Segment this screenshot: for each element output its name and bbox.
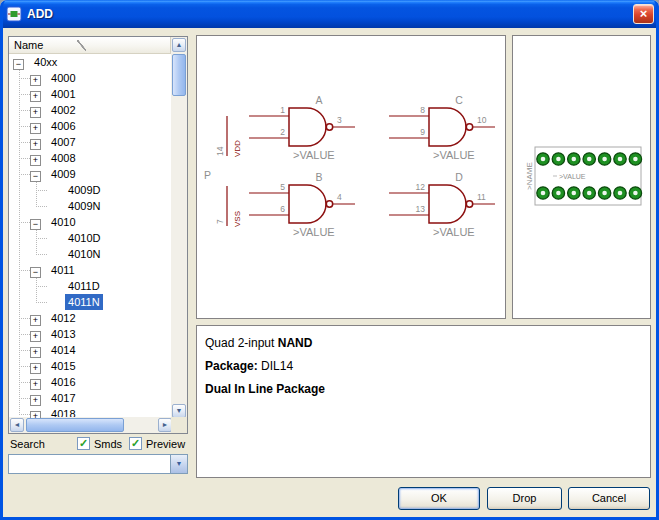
tree-expander[interactable]: −	[30, 267, 41, 278]
tree-expander[interactable]: +	[30, 331, 41, 342]
tree-item-label[interactable]: 4002	[48, 102, 78, 118]
scrollbar-corner	[171, 417, 187, 433]
svg-text:4: 4	[337, 192, 342, 202]
scroll-down-button[interactable]: ▼	[172, 404, 186, 418]
smds-checkbox[interactable]: ✓	[77, 437, 90, 450]
tree-item-label[interactable]: 4010D	[65, 230, 103, 246]
pad-hole	[572, 191, 577, 196]
pad-hole	[556, 157, 561, 162]
tree-item[interactable]: 4011D	[9, 278, 171, 294]
tree-expander[interactable]: −	[30, 171, 41, 182]
tree-expander[interactable]: +	[30, 91, 41, 102]
tree-expander[interactable]: +	[30, 315, 41, 326]
combo-dropdown-button[interactable]: ▼	[170, 455, 187, 473]
tree-item-label[interactable]: 4000	[48, 70, 78, 86]
tree-item[interactable]: + 4007	[9, 134, 171, 150]
tree-item[interactable]: 4010N	[9, 246, 171, 262]
svg-text:5: 5	[280, 182, 285, 192]
tree-item[interactable]: + 4012	[9, 310, 171, 326]
pad-hole	[633, 191, 638, 196]
tree-vertical-scrollbar[interactable]: ▲ ▼	[171, 37, 187, 419]
tree-item[interactable]: − 4011	[9, 262, 171, 278]
tree-expander[interactable]: −	[13, 59, 24, 70]
tree-expander[interactable]: +	[30, 347, 41, 358]
preview-checkbox[interactable]: ✓	[129, 437, 142, 450]
smds-checkbox-label[interactable]: Smds	[94, 438, 122, 450]
tree-item[interactable]: 4010D	[9, 230, 171, 246]
tree-item-label[interactable]: 4009N	[65, 198, 103, 214]
tree-item-label[interactable]: 40xx	[31, 54, 60, 70]
tree-item-label[interactable]: 4011	[48, 262, 78, 278]
tree-item-label[interactable]: 4017	[48, 390, 78, 406]
description-line-2: Package: DIL14	[205, 359, 642, 373]
description-panel: Quad 2-input NAND Package: DIL14 Dual In…	[196, 325, 651, 478]
close-button[interactable]: ×	[633, 4, 654, 24]
tree-item[interactable]: + 4013	[9, 326, 171, 342]
svg-text:8: 8	[420, 105, 425, 115]
tree-item[interactable]: + 4000	[9, 70, 171, 86]
tree-item[interactable]: + 4002	[9, 102, 171, 118]
titlebar[interactable]: ADD ×	[0, 0, 659, 28]
tree-item-label[interactable]: 4011D	[65, 278, 103, 294]
tree-item-label[interactable]: 4009	[48, 166, 78, 182]
tree-expander[interactable]: +	[30, 75, 41, 86]
scroll-right-button[interactable]: ►	[158, 418, 172, 432]
nand-gate-b: 5 6 4 B >VALUE	[249, 171, 355, 238]
pad-hole	[633, 157, 638, 162]
tree-item-label[interactable]: 4010	[48, 214, 78, 230]
search-input[interactable]	[9, 455, 170, 473]
tree-item-label[interactable]: 4010N	[65, 246, 103, 262]
tree-expander[interactable]: +	[30, 139, 41, 150]
tree-expander[interactable]: +	[30, 107, 41, 118]
tree-expander[interactable]: +	[30, 155, 41, 166]
tree-item-label[interactable]: 4009D	[65, 182, 103, 198]
tree-horizontal-scrollbar[interactable]: ◄ ►	[9, 417, 173, 433]
tree-item[interactable]: + 4008	[9, 150, 171, 166]
svg-text:VDD: VDD	[233, 140, 242, 157]
tree-expander[interactable]: +	[30, 123, 41, 134]
tree-item[interactable]: + 4014	[9, 342, 171, 358]
svg-text:D: D	[455, 171, 463, 183]
tree-item[interactable]: 4009D	[9, 182, 171, 198]
tree-expander[interactable]: −	[30, 219, 41, 230]
tree-item-label[interactable]: 4013	[48, 326, 78, 342]
tree-item[interactable]: − 4009	[9, 166, 171, 182]
drop-button[interactable]: Drop	[487, 487, 562, 510]
tree-item-label[interactable]: 4001	[48, 86, 78, 102]
tree-header-name[interactable]: Name	[9, 37, 171, 54]
cancel-button[interactable]: Cancel	[568, 487, 650, 510]
preview-checkbox-label[interactable]: Preview	[146, 438, 185, 450]
checkmark-icon: ✓	[131, 437, 140, 449]
tree-item-label[interactable]: 4014	[48, 342, 78, 358]
package-value: DIL14	[258, 359, 293, 373]
tree-item[interactable]: 4011N	[9, 294, 171, 310]
tree-expander[interactable]: +	[30, 411, 41, 418]
tree-expander[interactable]: +	[30, 395, 41, 406]
svg-text:6: 6	[280, 204, 285, 214]
sort-indicator-icon	[77, 40, 86, 51]
tree-item[interactable]: 4009N	[9, 198, 171, 214]
scroll-up-button[interactable]: ▲	[172, 38, 186, 52]
tree-item-label[interactable]: 4011N	[65, 294, 103, 310]
tree-item[interactable]: + 4016	[9, 374, 171, 390]
search-input-combo[interactable]: ▼	[8, 454, 188, 474]
tree-item[interactable]: + 4017	[9, 390, 171, 406]
tree-item[interactable]: + 4006	[9, 118, 171, 134]
tree-expander[interactable]: +	[30, 379, 41, 390]
tree-item-label[interactable]: 4012	[48, 310, 78, 326]
tree-item[interactable]: + 4001	[9, 86, 171, 102]
svg-text:11: 11	[477, 192, 486, 202]
tree-item-label[interactable]: 4015	[48, 358, 78, 374]
tree-item-label[interactable]: 4006	[48, 118, 78, 134]
horizontal-scroll-thumb[interactable]	[26, 418, 124, 432]
scroll-left-button[interactable]: ◄	[10, 418, 24, 432]
tree-item[interactable]: − 40xx	[9, 54, 171, 70]
ok-button[interactable]: OK	[398, 487, 480, 510]
tree-item-label[interactable]: 4008	[48, 150, 78, 166]
tree-item[interactable]: + 4015	[9, 358, 171, 374]
tree-item[interactable]: − 4010	[9, 214, 171, 230]
tree-item-label[interactable]: 4007	[48, 134, 78, 150]
tree-item-label[interactable]: 4016	[48, 374, 78, 390]
vertical-scroll-thumb[interactable]	[172, 54, 186, 96]
tree-expander[interactable]: +	[30, 363, 41, 374]
